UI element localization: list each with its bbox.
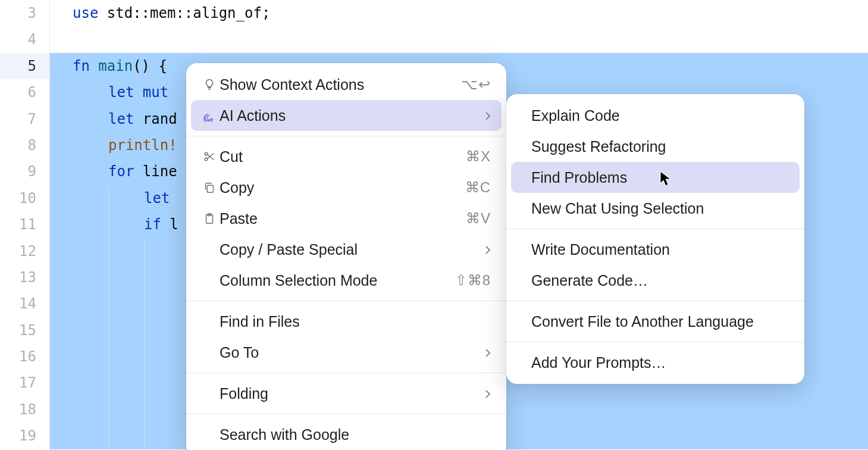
menu-label: Cut — [220, 148, 448, 165]
code-line[interactable]: use std::mem::align_of; — [50, 0, 868, 26]
menu-label: AI Actions — [220, 107, 467, 124]
menu-item-suggest-refactoring[interactable]: Suggest Refactoring — [511, 131, 800, 162]
clipboard-icon — [199, 212, 220, 225]
scissors-icon — [199, 150, 220, 163]
line-number: 18 — [0, 396, 49, 423]
ai-actions-submenu[interactable]: Explain Code Suggest Refactoring Find Pr… — [506, 94, 804, 384]
menu-item-write-doc[interactable]: Write Documentation — [511, 234, 800, 265]
svg-point-1 — [205, 158, 208, 161]
menu-item-add-prompts[interactable]: Add Your Prompts… — [511, 347, 800, 378]
function-name: main — [90, 58, 133, 74]
menu-item-ai-actions[interactable]: AI Actions — [191, 100, 502, 131]
menu-item-new-chat[interactable]: New Chat Using Selection — [511, 193, 800, 224]
line-number: 9 — [0, 158, 49, 185]
menu-label: Write Documentation — [531, 241, 789, 258]
menu-label: Go To — [220, 344, 467, 361]
code-text: () { — [133, 58, 167, 74]
lightbulb-icon — [199, 78, 220, 91]
menu-label: Suggest Refactoring — [531, 138, 789, 155]
line-number: 7 — [0, 106, 49, 132]
keyword: let — [144, 190, 170, 207]
keyword: if — [144, 216, 161, 233]
menu-label: Show Context Actions — [220, 76, 443, 93]
menu-label: Paste — [220, 210, 448, 227]
line-number: 17 — [0, 370, 49, 396]
menu-item-cut[interactable]: Cut ⌘X — [191, 141, 502, 172]
menu-item-go-to[interactable]: Go To — [191, 337, 502, 368]
menu-item-search-google[interactable]: Search with Google — [191, 419, 502, 450]
menu-label: Find in Files — [220, 313, 491, 330]
macro: println! — [108, 137, 177, 154]
menu-item-context-actions[interactable]: Show Context Actions ⌥↩ — [191, 69, 502, 100]
menu-separator — [506, 342, 804, 342]
line-number: 10 — [0, 185, 49, 211]
menu-label: Convert File to Another Language — [531, 313, 789, 330]
context-menu[interactable]: Show Context Actions ⌥↩ AI Actions Cut ⌘… — [186, 63, 506, 450]
menu-item-explain-code[interactable]: Explain Code — [511, 100, 800, 131]
chevron-right-icon — [485, 385, 491, 402]
line-number: 16 — [0, 343, 49, 370]
gutter: 3 4 5 6 7 8 9 10 11 12 13 14 15 16 17 18… — [0, 0, 49, 450]
line-number: 11 — [0, 211, 49, 238]
keyword: let — [108, 84, 134, 101]
keyword: let — [108, 111, 134, 127]
menu-shortcut: ⇧⌘8 — [455, 272, 491, 289]
menu-label: Explain Code — [531, 107, 789, 124]
menu-separator — [186, 301, 506, 301]
keyword: for — [108, 163, 134, 180]
code-text: std::mem::align_of; — [98, 5, 270, 21]
line-number: 12 — [0, 238, 49, 264]
menu-separator — [186, 414, 506, 414]
menu-item-convert-file[interactable]: Convert File to Another Language — [511, 306, 800, 337]
menu-item-paste[interactable]: Paste ⌘V — [191, 203, 502, 234]
menu-shortcut: ⌘X — [466, 148, 491, 165]
keyword: use — [73, 5, 98, 21]
menu-label: Folding — [220, 385, 467, 402]
line-number: 19 — [0, 423, 49, 449]
line-number: 15 — [0, 317, 49, 343]
svg-rect-2 — [207, 185, 213, 192]
keyword: fn — [73, 58, 90, 74]
code-text: l — [161, 216, 178, 233]
code-text: rand — [134, 111, 177, 127]
menu-separator — [506, 301, 804, 301]
menu-label: Column Selection Mode — [220, 272, 437, 289]
menu-label: Add Your Prompts… — [531, 354, 789, 371]
menu-label: Generate Code… — [531, 272, 789, 289]
chevron-right-icon — [485, 107, 491, 124]
chevron-right-icon — [485, 344, 491, 361]
menu-item-copy-paste-special[interactable]: Copy / Paste Special — [191, 234, 502, 265]
menu-item-find-in-files[interactable]: Find in Files — [191, 306, 502, 337]
chevron-right-icon — [485, 241, 491, 258]
menu-separator — [186, 136, 506, 136]
line-number: 8 — [0, 132, 49, 158]
menu-shortcut: ⌘C — [465, 179, 491, 196]
code-line[interactable] — [50, 26, 868, 52]
menu-shortcut: ⌘V — [466, 210, 491, 227]
line-number: 13 — [0, 264, 49, 290]
line-number-current: 5 — [0, 53, 49, 79]
menu-item-folding[interactable]: Folding — [191, 378, 502, 409]
ai-spiral-icon — [199, 109, 220, 122]
line-number: 3 — [0, 0, 49, 26]
line-number: 4 — [0, 26, 49, 52]
menu-label: New Chat Using Selection — [531, 200, 789, 217]
line-number: 6 — [0, 79, 49, 105]
menu-shortcut: ⌥↩ — [461, 76, 491, 93]
menu-item-copy[interactable]: Copy ⌘C — [191, 172, 502, 203]
menu-separator — [506, 229, 804, 229]
copy-icon — [199, 181, 220, 194]
line-number: 14 — [0, 290, 49, 317]
menu-separator — [186, 373, 506, 373]
menu-label: Copy / Paste Special — [220, 241, 467, 258]
keyword: mut — [134, 84, 168, 101]
menu-item-find-problems[interactable]: Find Problems — [511, 162, 800, 193]
menu-label: Copy — [220, 179, 447, 196]
menu-item-column-selection[interactable]: Column Selection Mode ⇧⌘8 — [191, 265, 502, 296]
menu-item-generate-code[interactable]: Generate Code… — [511, 265, 800, 296]
menu-label: Find Problems — [531, 169, 789, 186]
menu-label: Search with Google — [220, 426, 491, 443]
svg-point-0 — [205, 152, 208, 155]
code-text: line — [134, 163, 177, 180]
